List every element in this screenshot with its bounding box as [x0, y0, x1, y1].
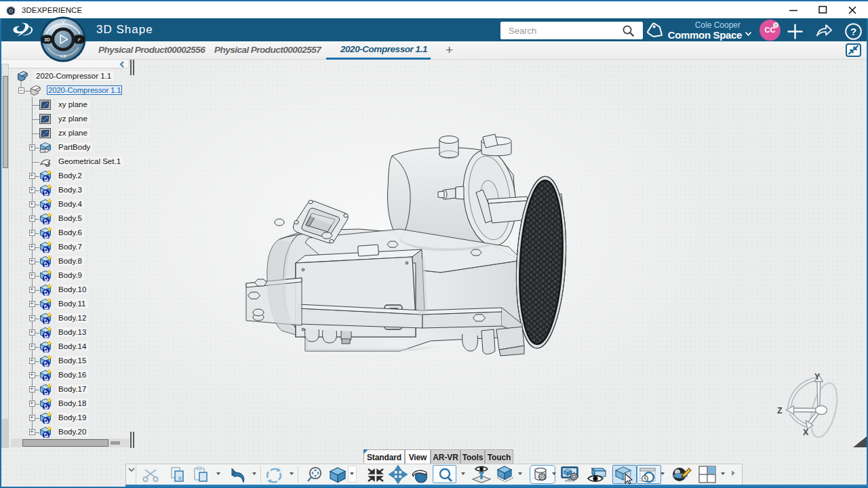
svg-text:Z: Z — [777, 406, 783, 415]
svg-text:i²: i² — [78, 38, 81, 42]
svg-text:3D: 3D — [44, 37, 50, 42]
svg-text:X: X — [803, 428, 809, 437]
svg-text:?: ? — [850, 26, 856, 37]
svg-text:Y: Y — [814, 372, 821, 382]
svg-text:V.R: V.R — [60, 54, 66, 58]
